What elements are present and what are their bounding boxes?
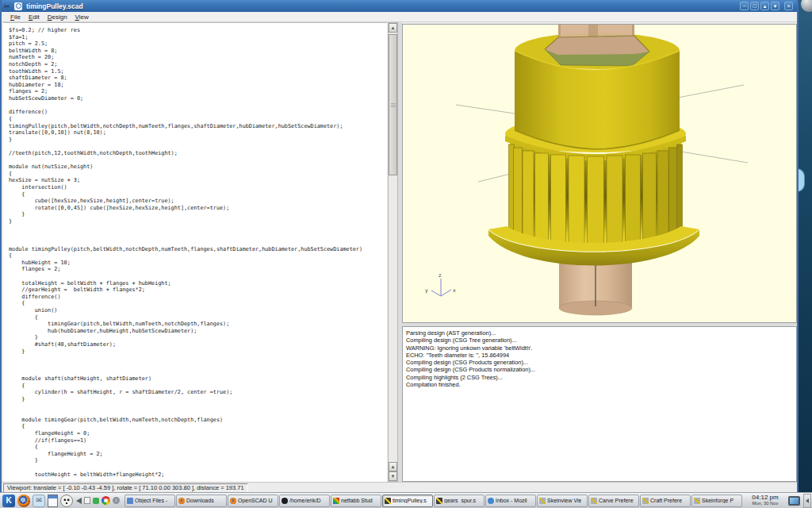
code-line: module shaft(shaftHeight, shaftDiameter) bbox=[9, 375, 387, 383]
task-button[interactable]: Skeinview Vie bbox=[537, 495, 588, 507]
volume-icon[interactable] bbox=[76, 498, 82, 504]
task-button[interactable]: OpenSCAD U bbox=[228, 495, 278, 507]
task-label: Carve Prefere bbox=[599, 498, 634, 503]
console-line: ECHO: "Teeth diameter is: ", 15.864994 bbox=[406, 352, 796, 359]
code-line: { bbox=[9, 314, 387, 321]
code-line: belthWidth = 8; bbox=[9, 48, 387, 55]
code-line: toothWidth = 1.5; bbox=[9, 68, 387, 75]
kmenu-icon[interactable]: K bbox=[2, 495, 15, 507]
taskbar-hide-button[interactable] bbox=[803, 494, 811, 508]
console-line: Compiling highlights (2 CSG Trees)... bbox=[406, 374, 796, 381]
task-button[interactable]: netfabb Stud bbox=[331, 495, 381, 507]
skeinforge-icon bbox=[694, 498, 700, 504]
netfabb-icon bbox=[333, 498, 339, 504]
editor-scrollbar[interactable]: ▲ ▲ ▼ bbox=[388, 22, 398, 482]
code-line: rotate([0,0,45]) cube([hexSize,hexSize,h… bbox=[9, 205, 387, 212]
code-line: hubSetScewDiameter = 0; bbox=[9, 95, 387, 102]
skeinforge-icon bbox=[591, 498, 597, 504]
clock-time: 04:12 pm bbox=[745, 495, 785, 501]
pulley-render: z x y bbox=[403, 25, 796, 322]
taskbar-clock[interactable]: 04:12 pm Mon, 30 Nov bbox=[745, 495, 785, 506]
code-text: $fs=0.2; // higher res$fa=1;pitch = 2.5;… bbox=[3, 23, 387, 478]
firefox-icon bbox=[178, 498, 185, 504]
code-line bbox=[9, 273, 387, 280]
code-line bbox=[9, 403, 387, 410]
openscad-icon bbox=[385, 498, 391, 504]
code-line: flangeHeight = 0; bbox=[9, 430, 387, 437]
notes-icon[interactable] bbox=[48, 495, 58, 507]
code-line: $fs=0.2; // higher res bbox=[9, 27, 387, 34]
menu-view[interactable]: View bbox=[71, 13, 93, 21]
clipboard-icon[interactable] bbox=[84, 497, 90, 504]
info-icon[interactable]: i bbox=[113, 497, 120, 504]
code-editor[interactable]: $fs=0.2; // higher res$fa=1;pitch = 2.5;… bbox=[3, 22, 387, 482]
code-line: $fa=1; bbox=[9, 34, 387, 41]
menu-file[interactable]: File bbox=[6, 13, 25, 21]
thunderbird-icon[interactable]: ✉ bbox=[33, 495, 45, 507]
browser-swirl-icon[interactable] bbox=[102, 496, 110, 505]
monitor-tray-icon[interactable] bbox=[788, 496, 800, 506]
window-buttons: −□▴▾× bbox=[740, 2, 793, 10]
code-line: toothHeight = belthWidth+flangeHeight*2; bbox=[9, 471, 387, 479]
skeinforge-icon bbox=[642, 498, 649, 504]
code-line: union() bbox=[9, 307, 387, 314]
scrollbar-thumb[interactable] bbox=[389, 34, 397, 175]
firefox-icon[interactable] bbox=[17, 495, 30, 507]
task-button[interactable]: Craft Prefere bbox=[640, 495, 691, 507]
code-line: timingGear(pitch,beltWidth,numTeeth,notc… bbox=[9, 321, 387, 328]
clock-date: Mon, 30 Nov bbox=[745, 502, 785, 506]
task-label: timingPulley.s bbox=[393, 498, 427, 503]
code-line: } bbox=[9, 334, 387, 341]
keep-above-button[interactable]: ▴ bbox=[760, 2, 769, 10]
code-line: } bbox=[9, 457, 387, 464]
code-line: hubHeight = 10; bbox=[9, 260, 387, 267]
thunderbird-icon bbox=[488, 498, 494, 504]
scroll-down-button[interactable]: ▼ bbox=[389, 471, 397, 481]
code-line bbox=[9, 410, 387, 417]
scroll-up-button-bottom[interactable]: ▲ bbox=[389, 462, 397, 471]
close-button[interactable]: × bbox=[784, 2, 793, 10]
task-label: OpenSCAD U bbox=[238, 498, 273, 503]
minimize-button[interactable]: − bbox=[740, 2, 749, 10]
code-line bbox=[9, 225, 387, 233]
code-line bbox=[9, 355, 387, 362]
menu-design[interactable]: Design bbox=[44, 13, 71, 21]
task-button[interactable]: timingPulley.s bbox=[382, 495, 433, 507]
keep-below-button[interactable]: ▾ bbox=[771, 2, 779, 10]
titlebar[interactable]: ✂ timingPulley.scad −□▴▾× bbox=[2, 0, 797, 12]
tray-mini-icons: i bbox=[76, 496, 120, 505]
code-line: hub(hubDiameter,hubHeight,hubSetScewDiam… bbox=[9, 328, 387, 335]
task-button[interactable]: gears_spur.s bbox=[434, 495, 485, 507]
task-label: Downloads bbox=[186, 498, 214, 503]
task-label: netfabb Stud bbox=[341, 498, 373, 503]
task-label: Object Files - bbox=[135, 498, 167, 503]
task-button[interactable]: Downloads bbox=[176, 495, 227, 507]
3d-viewport[interactable]: z x y bbox=[402, 24, 797, 323]
scissors-icon: ✂ bbox=[4, 2, 12, 10]
code-line: totalHeight = beltWidth + flanges + hubH… bbox=[9, 280, 387, 287]
task-button[interactable]: Object Files - bbox=[124, 495, 175, 507]
code-line: cube([hexSize,hexSize,height],center=tru… bbox=[9, 198, 387, 205]
viewport-status: Viewport: translate = [ -0.10 -0.43 -4.5… bbox=[3, 483, 248, 493]
menu-edit[interactable]: Edit bbox=[25, 13, 44, 21]
task-button[interactable]: Carve Prefere bbox=[588, 495, 639, 507]
code-line: flanges = 2; bbox=[9, 88, 387, 95]
power-socket-icon[interactable] bbox=[60, 495, 73, 507]
maximize-button[interactable]: □ bbox=[750, 2, 759, 10]
update-icon[interactable] bbox=[93, 498, 99, 504]
axis-x-label: x bbox=[453, 287, 456, 294]
task-button[interactable]: Skeinforge P bbox=[691, 495, 742, 507]
scroll-up-button[interactable]: ▲ bbox=[389, 23, 397, 33]
openscad-window: ✂ timingPulley.scad −□▴▾× FileEditDesign… bbox=[0, 0, 799, 492]
firefox-icon bbox=[230, 498, 236, 504]
code-line: #shaft(40,shaftDiameter); bbox=[9, 341, 387, 348]
code-line: shaftDiameter = 8; bbox=[9, 75, 387, 82]
axis-y-label: y bbox=[425, 287, 428, 294]
code-line: { bbox=[9, 444, 387, 451]
code-line: { bbox=[9, 423, 387, 430]
task-button[interactable]: /home/erik/D bbox=[279, 495, 330, 507]
taskbar: K ✉ i Object Files -DownloadsOpenSCAD U/… bbox=[0, 492, 812, 508]
task-button[interactable]: Inbox - Mozil bbox=[485, 495, 536, 507]
code-line bbox=[9, 464, 387, 471]
code-line: difference() bbox=[9, 109, 387, 116]
